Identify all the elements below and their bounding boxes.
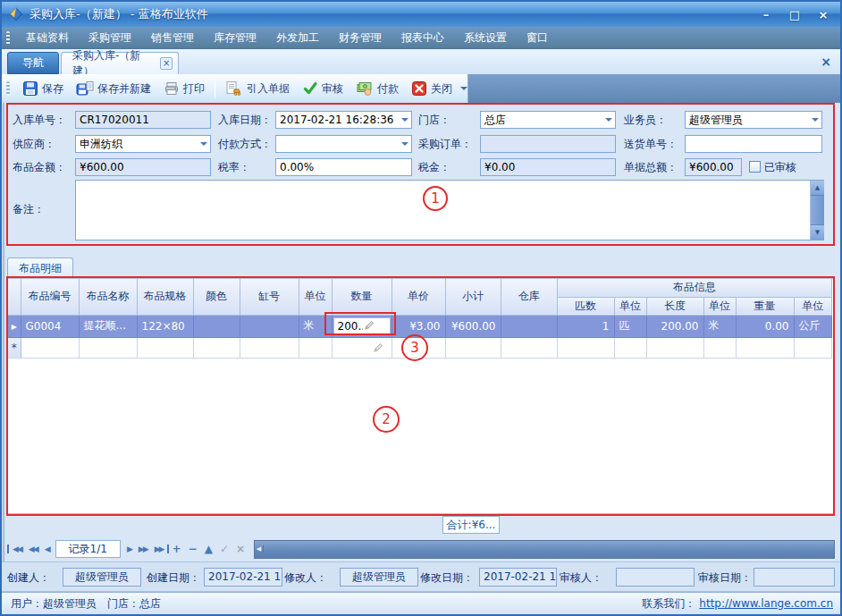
- cell-length[interactable]: 200.00: [646, 315, 703, 337]
- menu-settings[interactable]: 系统设置: [454, 27, 517, 49]
- pay-button[interactable]: 付款: [349, 78, 405, 99]
- prev-record-icon[interactable]: ◀: [41, 544, 53, 553]
- remark-textarea[interactable]: ▲ ▼: [75, 180, 824, 240]
- menu-reports[interactable]: 报表中心: [392, 27, 454, 49]
- col-header-fabric-spec[interactable]: 布品规格: [137, 279, 193, 315]
- menu-basic-data[interactable]: 基础资料: [16, 27, 79, 49]
- cell-empty[interactable]: [703, 337, 736, 358]
- cell-weight[interactable]: 0.00: [736, 315, 794, 337]
- delete-record-icon[interactable]: −: [185, 543, 201, 555]
- cell-length-unit[interactable]: 米: [703, 315, 736, 337]
- cell-lot-no[interactable]: [240, 315, 299, 337]
- col-header-fabric-code[interactable]: 布品编号: [21, 279, 79, 315]
- cell-fabric-name[interactable]: 提花顺...: [79, 315, 137, 337]
- chevron-down-icon[interactable]: [812, 118, 819, 122]
- cell-weight-unit[interactable]: 公斤: [794, 315, 832, 337]
- maximize-icon[interactable]: □: [787, 8, 803, 21]
- menu-inventory[interactable]: 库存管理: [204, 27, 266, 49]
- cell-quantity[interactable]: 200...: [332, 315, 392, 337]
- edit-pencil-icon[interactable]: [363, 320, 388, 332]
- save-button[interactable]: 保存: [16, 78, 70, 99]
- col-header-weight[interactable]: 重量: [736, 297, 794, 315]
- cell-subtotal[interactable]: ¥600.00: [445, 315, 501, 337]
- cell-warehouse[interactable]: [501, 315, 557, 337]
- tab-fabric-detail[interactable]: 布品明细: [7, 257, 73, 278]
- col-header-unit-price[interactable]: 单价: [392, 279, 445, 315]
- cell-empty[interactable]: [501, 337, 557, 358]
- print-button[interactable]: 打印: [157, 78, 211, 99]
- menu-finance[interactable]: 财务管理: [329, 27, 392, 49]
- minimize-icon[interactable]: –: [758, 8, 774, 21]
- cell-color[interactable]: [193, 315, 240, 337]
- clerk-field[interactable]: 超级管理员: [685, 111, 822, 129]
- col-header-lot-no[interactable]: 缸号: [240, 279, 299, 315]
- remark-scrollbar[interactable]: ▲ ▼: [810, 181, 823, 240]
- cell-empty[interactable]: [21, 337, 79, 358]
- cell-fabric-code[interactable]: G0004: [21, 315, 79, 337]
- bill-no-field[interactable]: CR17020011: [75, 111, 211, 129]
- cell-empty[interactable]: [392, 337, 445, 358]
- chevron-down-icon[interactable]: [605, 118, 612, 122]
- website-link[interactable]: http://www.lange.com.cn: [699, 597, 833, 610]
- chevron-down-icon[interactable]: [401, 142, 408, 146]
- chevron-down-icon[interactable]: [200, 142, 207, 146]
- quantity-editor[interactable]: 200...: [333, 317, 391, 335]
- col-header-warehouse[interactable]: 仓库: [501, 279, 557, 315]
- new-row-marker[interactable]: *: [8, 337, 21, 358]
- edit-pencil-icon[interactable]: [372, 342, 383, 354]
- horizontal-scrollbar[interactable]: ◀: [254, 540, 835, 559]
- tab-purchase-inbound[interactable]: 采购入库-（新建） ×: [61, 52, 179, 74]
- col-header-length[interactable]: 长度: [646, 297, 703, 315]
- col-header-weight-unit[interactable]: 单位: [794, 297, 832, 315]
- next-page-icon[interactable]: ▶▶: [135, 544, 151, 553]
- menu-purchase[interactable]: 采购管理: [79, 27, 141, 49]
- col-header-color[interactable]: 颜色: [193, 279, 240, 315]
- tab-close-icon[interactable]: ×: [160, 57, 173, 70]
- cell-unit[interactable]: 米: [299, 315, 332, 337]
- cell-empty[interactable]: [79, 337, 137, 358]
- delivery-no-field[interactable]: [685, 135, 822, 153]
- cancel-edit-icon[interactable]: ×: [232, 543, 248, 555]
- total-field[interactable]: ¥600.00: [685, 158, 742, 176]
- col-header-quantity[interactable]: 数量: [332, 279, 392, 315]
- cell-empty[interactable]: [557, 337, 614, 358]
- first-record-icon[interactable]: ◀◀: [7, 544, 25, 553]
- col-header-length-unit[interactable]: 单位: [703, 297, 736, 315]
- cell-unit-price[interactable]: ¥3.00: [392, 315, 445, 337]
- cell-empty[interactable]: [445, 337, 501, 358]
- col-header-subtotal[interactable]: 小计: [445, 279, 501, 315]
- cell-empty[interactable]: [193, 337, 240, 358]
- audit-button[interactable]: 审核: [296, 78, 349, 99]
- toolbar-overflow-icon[interactable]: [460, 87, 467, 90]
- prev-page-icon[interactable]: ◀◀: [25, 544, 41, 553]
- tax-field[interactable]: ¥0.00: [480, 158, 616, 176]
- tax-rate-field[interactable]: 0.00%: [275, 158, 412, 176]
- cell-empty[interactable]: [240, 337, 299, 358]
- close-button[interactable]: 关闭: [405, 78, 459, 99]
- scroll-up-icon[interactable]: ▲: [811, 181, 824, 195]
- save-and-new-button[interactable]: 保存并新建: [70, 78, 157, 99]
- current-row-marker[interactable]: ▸: [8, 315, 21, 337]
- post-edit-icon[interactable]: ✓: [216, 543, 232, 555]
- cell-pieces-unit[interactable]: 匹: [614, 315, 646, 337]
- cell-empty[interactable]: [736, 337, 794, 358]
- scroll-left-icon[interactable]: ◀: [255, 545, 264, 553]
- cell-quantity-new[interactable]: [332, 337, 392, 358]
- last-record-icon[interactable]: ▶▶: [151, 544, 169, 553]
- import-bill-button[interactable]: 引入单据: [219, 78, 296, 99]
- next-record-icon[interactable]: ▶: [123, 544, 135, 553]
- edit-record-icon[interactable]: ▲: [201, 543, 216, 555]
- menu-sales[interactable]: 销售管理: [141, 27, 204, 49]
- append-record-icon[interactable]: +: [169, 543, 185, 555]
- cell-pieces[interactable]: 1: [557, 315, 614, 337]
- purchase-order-field[interactable]: [480, 135, 616, 153]
- close-icon[interactable]: ×: [815, 8, 831, 21]
- scroll-down-icon[interactable]: ▼: [811, 225, 824, 240]
- col-header-fabric-name[interactable]: 布品名称: [79, 279, 137, 315]
- cell-empty[interactable]: [137, 337, 193, 358]
- cell-empty[interactable]: [794, 337, 832, 358]
- col-header-pieces-unit[interactable]: 单位: [614, 297, 646, 315]
- cell-fabric-spec[interactable]: 122×80: [137, 315, 193, 337]
- date-field[interactable]: 2017-02-21 16:28:36: [275, 111, 412, 129]
- pay-method-field[interactable]: [275, 135, 412, 153]
